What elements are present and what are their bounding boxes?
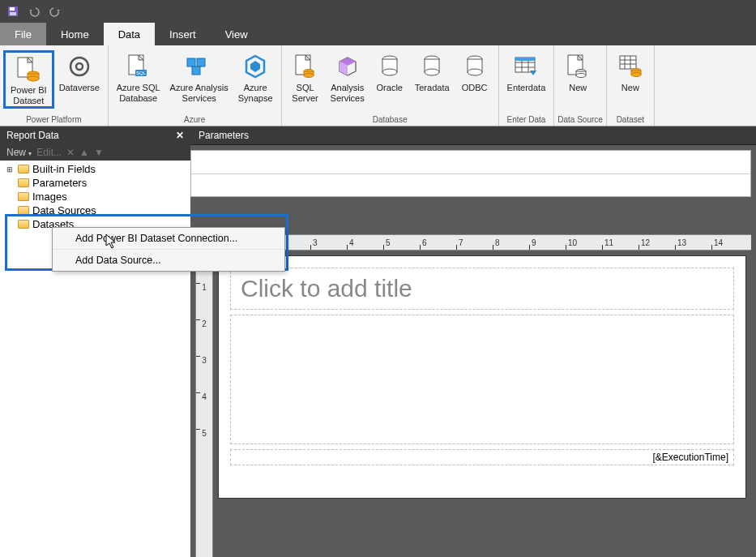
title-placeholder[interactable]: Click to add title	[230, 268, 734, 310]
ribbon-label: ODBC	[462, 83, 488, 93]
ribbon-label: Enterdata	[507, 83, 546, 93]
swirl-icon	[67, 52, 92, 81]
panel-toolbar: New ▾ Edit... ✕ ▲ ▼	[0, 144, 190, 161]
ribbon-group-enter-data: Enterdata Enter Data	[499, 45, 555, 126]
ribbon-new-dataset[interactable]: New	[610, 50, 651, 93]
ribbon-label: Azure SQL Database	[117, 83, 160, 104]
doc-db-icon: SQL	[127, 52, 150, 81]
ribbon-group-dataset: New Dataset	[607, 45, 655, 126]
cylinder-icon	[466, 52, 484, 81]
svg-point-7	[76, 63, 83, 70]
folder-icon	[18, 220, 29, 229]
svg-rect-42	[620, 56, 636, 69]
ribbon-label: SQL Server	[292, 83, 318, 104]
svg-point-41	[576, 74, 586, 78]
tree-item-parameters[interactable]: Parameters	[0, 176, 190, 190]
ribbon-label: New	[569, 83, 587, 93]
expand-icon[interactable]: ⊞	[5, 165, 15, 174]
redo-icon[interactable]	[49, 5, 62, 18]
svg-point-31	[468, 69, 482, 75]
footer-execution-time[interactable]: [&ExecutionTime]	[230, 449, 734, 465]
tree: ⊞ Built-in Fields Parameters Images Data…	[0, 161, 190, 557]
panel-title-bar: Report Data ✕	[0, 126, 190, 144]
ribbon-label: Analysis Services	[331, 83, 365, 104]
ribbon-dataverse[interactable]: Dataverse	[54, 50, 105, 93]
table-input-icon	[514, 52, 538, 81]
panel-title: Report Data	[6, 130, 59, 141]
svg-point-49	[631, 73, 641, 77]
ribbon-odbc[interactable]: ODBC	[455, 50, 495, 93]
ribbon-group-data-source: New Data Source	[554, 45, 607, 126]
tab-insert[interactable]: Insert	[155, 23, 211, 45]
svg-marker-15	[250, 61, 260, 72]
folder-icon	[18, 206, 29, 215]
vertical-ruler: 1 2 3 4 5	[195, 251, 213, 557]
tab-data[interactable]: Data	[104, 23, 155, 45]
ribbon-group-power-platform: Power BI Dataset Dataverse Power Platfor…	[0, 45, 109, 126]
ribbon-azure-analysis[interactable]: Azure Analysis Services	[165, 50, 233, 104]
doc-cylinder-icon	[566, 52, 589, 81]
ribbon-analysis-services[interactable]: Analysis Services	[326, 50, 369, 104]
main-tabs: File Home Data Insert View	[0, 23, 756, 45]
ribbon: Power BI Dataset Dataverse Power Platfor…	[0, 45, 756, 126]
svg-text:SQL: SQL	[136, 71, 147, 75]
ribbon-label: Teradata	[415, 83, 450, 93]
ribbon-enterdata[interactable]: Enterdata	[502, 50, 551, 93]
ribbon-group-label: Data Source	[557, 115, 603, 126]
cylinder-icon	[381, 52, 399, 81]
param-row[interactable]	[191, 151, 750, 174]
context-menu: Add Power BI Dataset Connection... Add D…	[52, 227, 285, 272]
design-surface: Parameters 3 4 5 6 7 8 9 10 11 12 13 14	[190, 126, 756, 557]
edit-button: Edit...	[36, 147, 62, 158]
tree-label: Data Sources	[32, 204, 96, 216]
ribbon-group-database: SQL Server Analysis Services Oracle Tera…	[282, 45, 499, 126]
parameters-grid[interactable]	[190, 150, 751, 197]
svg-rect-12	[197, 58, 205, 66]
param-row[interactable]	[191, 174, 750, 197]
ribbon-new-data-source[interactable]: New	[557, 50, 598, 93]
body-placeholder[interactable]	[230, 315, 734, 444]
ribbon-oracle[interactable]: Oracle	[369, 50, 410, 93]
menu-add-data-source[interactable]: Add Data Source...	[53, 250, 284, 271]
new-dropdown[interactable]: New ▾	[6, 147, 32, 158]
tab-home[interactable]: Home	[46, 23, 104, 45]
close-icon[interactable]: ✕	[176, 130, 184, 141]
ribbon-power-bi-dataset[interactable]: Power BI Dataset	[3, 50, 54, 109]
ribbon-label: Dataverse	[59, 83, 100, 93]
down-icon: ▼	[94, 147, 104, 158]
tree-item-data-sources[interactable]: Data Sources	[0, 204, 190, 217]
ribbon-azure-synapse[interactable]: Azure Synapse	[233, 50, 278, 104]
ribbon-group-label: Azure	[112, 115, 278, 126]
tree-item-images[interactable]: Images	[0, 190, 190, 204]
tree-item-built-in-fields[interactable]: ⊞ Built-in Fields	[0, 162, 190, 176]
ribbon-group-label: Database	[285, 115, 495, 126]
menu-add-power-bi-connection[interactable]: Add Power BI Dataset Connection...	[53, 228, 284, 250]
ribbon-group-label: Dataset	[610, 115, 651, 126]
ribbon-sql-server[interactable]: SQL Server	[285, 50, 326, 104]
tab-view[interactable]: View	[211, 23, 263, 45]
canvas-outer[interactable]: Click to add title [&ExecutionTime]	[213, 251, 751, 557]
report-data-panel: Report Data ✕ New ▾ Edit... ✕ ▲ ▼ ⊞ Buil…	[0, 126, 190, 557]
up-icon: ▲	[79, 147, 89, 158]
ribbon-group-label: Power Platform	[3, 115, 105, 126]
doc-cylinder-icon	[16, 54, 41, 84]
svg-rect-1	[10, 7, 15, 11]
report-page[interactable]: Click to add title [&ExecutionTime]	[218, 255, 746, 499]
doc-db-orange-icon	[294, 52, 317, 81]
undo-icon[interactable]	[28, 5, 41, 18]
ribbon-label: New	[621, 83, 639, 93]
cubes-icon	[186, 52, 213, 81]
ribbon-teradata[interactable]: Teradata	[410, 50, 455, 93]
table-cylinder-icon	[618, 52, 643, 81]
folder-icon	[18, 165, 29, 174]
ribbon-label: Azure Synapse	[238, 83, 273, 104]
work-area: Report Data ✕ New ▾ Edit... ✕ ▲ ▼ ⊞ Buil…	[0, 126, 756, 557]
tab-file[interactable]: File	[0, 23, 46, 45]
ribbon-azure-sql[interactable]: SQL Azure SQL Database	[112, 50, 165, 104]
ribbon-label: Power BI Dataset	[11, 85, 47, 106]
cylinder-icon	[423, 52, 441, 81]
horizontal-ruler: 3 4 5 6 7 8 9 10 11 12 13 14	[213, 234, 751, 251]
ribbon-group-azure: SQL Azure SQL Database Azure Analysis Se…	[109, 45, 282, 126]
save-icon[interactable]	[6, 5, 19, 18]
ribbon-label: Azure Analysis Services	[170, 83, 229, 104]
